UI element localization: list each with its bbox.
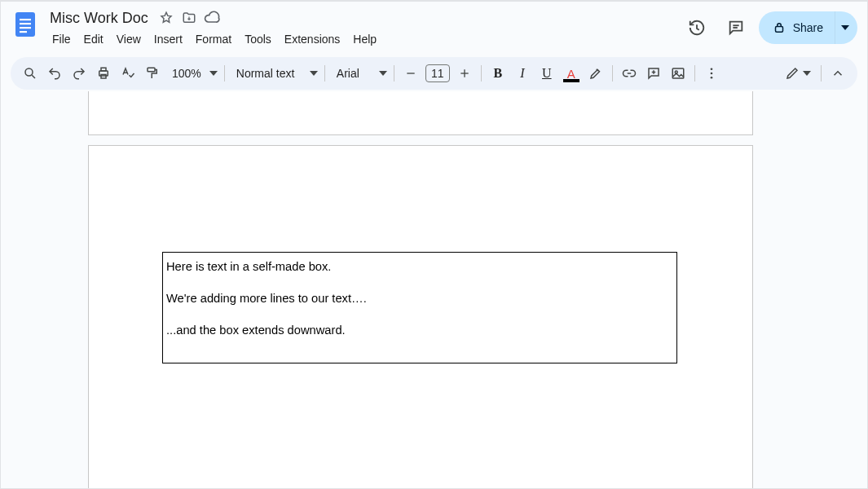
paragraph-style-dropdown[interactable]: Normal text — [230, 62, 319, 85]
font-family-value: Arial — [332, 67, 364, 80]
bold-button[interactable]: B — [487, 62, 509, 85]
share-button-group: Share — [759, 11, 857, 44]
move-icon[interactable] — [181, 10, 197, 26]
insert-link-button[interactable] — [618, 62, 641, 85]
title-bar: Misc Work Doc File Edit View Insert Form… — [1, 2, 867, 54]
insert-image-button[interactable] — [667, 62, 690, 85]
separator — [324, 65, 325, 82]
box-line[interactable]: We're adding more lines to our text…. — [166, 291, 673, 306]
separator — [394, 65, 394, 82]
menu-extensions[interactable]: Extensions — [279, 29, 346, 49]
svg-rect-2 — [20, 23, 31, 24]
search-icon[interactable] — [19, 62, 42, 85]
menu-file[interactable]: File — [46, 29, 77, 49]
font-size-input[interactable] — [425, 64, 450, 82]
separator — [694, 65, 695, 82]
box-line[interactable]: Here is text in a self-made box. — [166, 259, 673, 275]
decrease-font-size-button[interactable] — [399, 62, 422, 85]
collapse-toolbar-button[interactable] — [826, 62, 849, 85]
previous-page-tail[interactable] — [88, 91, 753, 135]
document-page[interactable]: Here is text in a self-made box. We're a… — [88, 145, 753, 488]
svg-rect-4 — [20, 31, 27, 33]
share-dropdown-icon[interactable] — [835, 11, 857, 44]
increase-font-size-button[interactable] — [453, 62, 476, 85]
separator — [821, 65, 822, 82]
text-color-button[interactable]: A — [560, 62, 583, 85]
text-box[interactable]: Here is text in a self-made box. We're a… — [162, 252, 677, 363]
italic-button[interactable]: I — [511, 62, 534, 85]
paint-format-icon[interactable] — [141, 62, 164, 85]
menu-tools[interactable]: Tools — [239, 29, 277, 49]
version-history-icon[interactable] — [681, 11, 713, 44]
document-title[interactable]: Misc Work Doc — [46, 10, 152, 27]
svg-rect-13 — [148, 68, 155, 72]
svg-rect-7 — [775, 27, 782, 33]
menu-bar: File Edit View Insert Format Tools Exten… — [46, 28, 681, 49]
menu-format[interactable]: Format — [190, 29, 237, 49]
redo-icon[interactable] — [68, 62, 90, 85]
svg-rect-19 — [672, 68, 684, 78]
menu-edit[interactable]: Edit — [78, 29, 109, 49]
svg-rect-12 — [101, 68, 106, 71]
spellcheck-icon[interactable] — [117, 62, 139, 85]
separator — [612, 65, 613, 82]
more-options-button[interactable] — [700, 62, 723, 85]
paragraph-style-value: Normal text — [231, 67, 300, 80]
svg-rect-3 — [20, 27, 31, 29]
menu-help[interactable]: Help — [347, 29, 382, 49]
menu-insert[interactable]: Insert — [148, 29, 188, 49]
svg-point-22 — [710, 73, 712, 75]
star-icon[interactable] — [158, 10, 174, 26]
menu-view[interactable]: View — [111, 29, 147, 49]
cloud-status-icon[interactable] — [204, 10, 220, 26]
share-label: Share — [793, 21, 823, 34]
zoom-value: 100% — [167, 67, 206, 80]
separator — [481, 65, 482, 82]
print-icon[interactable] — [92, 62, 115, 85]
underline-button[interactable]: U — [535, 62, 558, 85]
share-button[interactable]: Share — [759, 11, 835, 44]
separator — [224, 65, 225, 82]
svg-rect-1 — [20, 19, 31, 20]
font-family-dropdown[interactable]: Arial — [330, 62, 389, 85]
box-line[interactable]: ...and the box extends downward. — [166, 323, 673, 338]
document-canvas[interactable]: Here is text in a self-made box. We're a… — [1, 91, 867, 488]
docs-logo-icon[interactable] — [11, 10, 40, 39]
add-comment-button[interactable] — [642, 62, 665, 85]
editing-mode-dropdown[interactable] — [780, 62, 816, 85]
svg-point-21 — [710, 68, 712, 70]
svg-point-23 — [710, 77, 712, 79]
svg-point-8 — [25, 68, 33, 76]
zoom-dropdown[interactable]: 100% — [165, 62, 219, 85]
toolbar: 100% Normal text Arial B I U A — [11, 57, 857, 90]
highlight-color-button[interactable] — [584, 62, 607, 85]
comments-icon[interactable] — [720, 11, 752, 44]
svg-line-9 — [32, 75, 35, 78]
undo-icon[interactable] — [43, 62, 66, 85]
